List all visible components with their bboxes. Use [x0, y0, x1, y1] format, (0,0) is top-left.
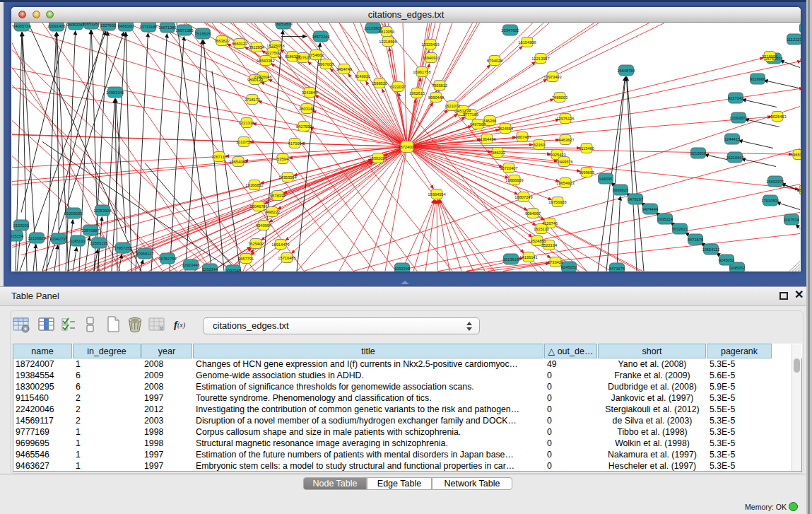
- svg-text:9115460: 9115460: [579, 146, 594, 151]
- svg-text:14463627: 14463627: [556, 138, 574, 142]
- svg-text:15720407: 15720407: [500, 166, 517, 170]
- svg-text:2644123: 2644123: [797, 188, 801, 192]
- svg-text:15302023: 15302023: [369, 156, 387, 160]
- svg-text:9245052: 9245052: [561, 265, 577, 269]
- svg-text:1292344: 1292344: [202, 267, 218, 271]
- svg-text:7485003: 7485003: [552, 95, 567, 100]
- svg-text:2718170: 2718170: [245, 98, 260, 102]
- svg-text:19654082: 19654082: [229, 160, 247, 164]
- svg-text:16914479: 16914479: [271, 243, 289, 247]
- svg-text:7986322: 7986322: [490, 151, 505, 155]
- svg-text:2153001: 2153001: [13, 223, 29, 228]
- svg-text:7663822: 7663822: [214, 39, 230, 43]
- svg-text:9146821: 9146821: [355, 74, 370, 78]
- svg-text:15716485: 15716485: [278, 256, 295, 260]
- svg-text:9218906: 9218906: [762, 54, 777, 59]
- svg-text:16940910: 16940910: [422, 56, 440, 60]
- svg-text:12505135: 12505135: [90, 241, 107, 245]
- svg-text:10025433: 10025433: [548, 153, 565, 157]
- svg-text:1244415: 1244415: [724, 137, 740, 141]
- svg-text:8215958: 8215958: [690, 151, 706, 156]
- svg-text:2803144: 2803144: [299, 107, 314, 111]
- svg-text:1965123: 1965123: [791, 153, 801, 157]
- svg-text:12353924: 12353924: [93, 209, 111, 213]
- svg-text:3915154: 3915154: [11, 234, 23, 238]
- svg-text:19384554: 19384554: [428, 192, 445, 197]
- svg-text:14136141: 14136141: [519, 255, 537, 259]
- svg-text:13325419: 13325419: [421, 42, 439, 47]
- svg-text:18807249: 18807249: [514, 195, 532, 199]
- svg-text:10719185: 10719185: [139, 25, 157, 29]
- svg-text:4120746: 4120746: [542, 221, 558, 226]
- svg-text:1754662: 1754662: [308, 53, 324, 57]
- svg-text:7955812: 7955812: [432, 83, 447, 88]
- svg-text:(x): (x): [177, 321, 186, 329]
- svg-text:1332541: 1332541: [799, 58, 801, 62]
- svg-text:5578332: 5578332: [270, 194, 286, 198]
- svg-text:7632621: 7632621: [672, 227, 688, 231]
- svg-text:8990448: 8990448: [428, 95, 444, 100]
- svg-text:14055724: 14055724: [13, 24, 30, 28]
- svg-text:10025453: 10025453: [768, 115, 786, 119]
- svg-text:9474444: 9474444: [642, 207, 658, 211]
- svg-text:6479197: 6479197: [628, 197, 643, 201]
- svg-text:1327602: 1327602: [100, 23, 116, 28]
- svg-text:417006: 417006: [288, 141, 302, 146]
- svg-text:2522134: 2522134: [541, 243, 557, 247]
- svg-text:1733426: 1733426: [548, 260, 563, 264]
- svg-text:6466160: 6466160: [118, 24, 134, 28]
- svg-text:16671385: 16671385: [175, 28, 193, 33]
- svg-text:15692971: 15692971: [766, 180, 784, 184]
- svg-text:6794028: 6794028: [487, 59, 502, 63]
- svg-text:9245052: 9245052: [719, 258, 734, 262]
- svg-text:1167534: 1167534: [784, 218, 799, 222]
- svg-text:62160: 62160: [534, 143, 545, 147]
- svg-text:9329966: 9329966: [750, 77, 765, 81]
- svg-text:1112123: 1112123: [787, 37, 801, 42]
- svg-text:18572244: 18572244: [312, 35, 329, 39]
- svg-text:16154808: 16154808: [518, 40, 536, 45]
- svg-text:3454749: 3454749: [336, 67, 352, 71]
- svg-text:7625402: 7625402: [248, 242, 264, 246]
- svg-text:5322037: 5322037: [390, 85, 406, 89]
- svg-text:17957255: 17957255: [114, 246, 131, 250]
- svg-text:9327509: 9327509: [265, 51, 281, 55]
- svg-text:1221338: 1221338: [239, 121, 254, 125]
- svg-text:1010755: 1010755: [236, 140, 252, 144]
- svg-text:3912954: 3912954: [249, 45, 264, 49]
- svg-text:20091406: 20091406: [47, 24, 65, 28]
- svg-text:16053809: 16053809: [274, 23, 292, 26]
- svg-text:1588520: 1588520: [372, 81, 387, 86]
- svg-text:13975887: 13975887: [81, 228, 99, 233]
- svg-text:10958127: 10958127: [136, 252, 153, 256]
- svg-text:2935114: 2935114: [657, 217, 673, 221]
- svg-text:8471676: 8471676: [688, 238, 703, 242]
- svg-text:53594: 53594: [277, 157, 288, 161]
- svg-text:12942737: 12942737: [49, 237, 67, 241]
- svg-text:12213957: 12213957: [531, 57, 549, 61]
- svg-text:10688609: 10688609: [505, 178, 523, 182]
- svg-text:9084067: 9084067: [525, 211, 541, 216]
- svg-text:8938923: 8938923: [613, 188, 628, 192]
- svg-text:20953346: 20953346: [106, 90, 124, 95]
- svg-text:9777169: 9777169: [463, 112, 478, 117]
- svg-text:9227342: 9227342: [728, 96, 743, 100]
- svg-text:9457791: 9457791: [238, 257, 254, 261]
- svg-text:8471676: 8471676: [609, 267, 625, 271]
- svg-text:8813054: 8813054: [379, 30, 394, 34]
- svg-text:3498222: 3498222: [264, 210, 280, 214]
- svg-text:19166852: 19166852: [245, 183, 263, 187]
- svg-text:21364436: 21364436: [478, 137, 495, 141]
- svg-text:9242848: 9242848: [302, 90, 317, 95]
- svg-text:20206535: 20206535: [64, 211, 82, 216]
- svg-text:10653267: 10653267: [82, 23, 100, 26]
- svg-text:1621072: 1621072: [445, 104, 460, 108]
- svg-text:1092345: 1092345: [394, 267, 410, 271]
- svg-text:12975125: 12975125: [556, 117, 574, 121]
- svg-text:16543362: 16543362: [257, 59, 274, 63]
- svg-text:1615132: 1615132: [534, 227, 549, 231]
- svg-text:12923446: 12923446: [182, 263, 199, 267]
- svg-text:3624554: 3624554: [498, 127, 513, 131]
- svg-text:1613616: 1613616: [503, 257, 519, 262]
- svg-text:14353594: 14353594: [278, 175, 296, 180]
